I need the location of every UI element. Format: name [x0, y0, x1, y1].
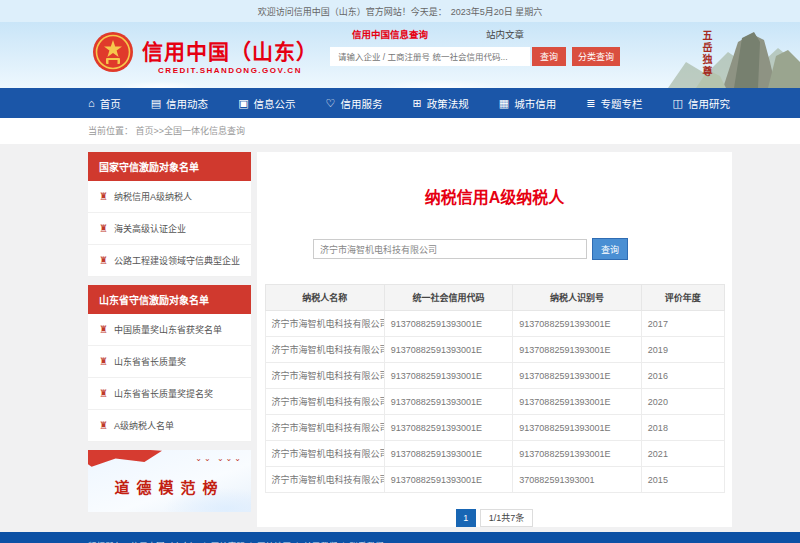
site-brand[interactable]: 信用中国（山东） CREDIT.SHANDONG.GOV.CN — [92, 30, 318, 80]
cell-taxpayer-name: 济宁市海智机电科技有限公司 — [265, 311, 384, 337]
sidebar-item[interactable]: ♜ 中国质量奖山东省获奖名单 — [88, 314, 251, 346]
sidebar-item[interactable]: ♜ 山东省省长质量奖提名奖 — [88, 378, 251, 410]
nav-item[interactable]: ⌂ 首页 — [88, 96, 121, 111]
table-row: 济宁市海智机电科技有限公司 91370882591393001E 9137088… — [265, 337, 724, 363]
cell-taxpayer-name: 济宁市海智机电科技有限公司 — [265, 415, 384, 441]
breadcrumb-home-link[interactable]: 首页 — [136, 126, 154, 136]
company-search-input[interactable] — [313, 239, 587, 259]
nav-item-label: 专题专栏 — [600, 96, 642, 111]
cell-eval-year: 2021 — [641, 441, 724, 467]
layers-icon: ≣ — [586, 98, 595, 109]
cell-taxpayer-name: 济宁市海智机电科技有限公司 — [265, 363, 384, 389]
sidebar-item[interactable]: ♜ 纳税信用A级纳税人 — [88, 181, 251, 213]
table-row: 济宁市海智机电科技有限公司 91370882591393001E 9137088… — [265, 389, 724, 415]
footer: 版权所有：信用中国（山东）网站声明网站地图关于我们联系我们 主办单位：山东省发展… — [0, 532, 800, 543]
moral-model-banner[interactable]: ⌄⌄ ⌄⌄⌄ 道德模范榜 — [88, 450, 251, 512]
nav-item-label: 信用动态 — [166, 96, 208, 111]
badge-building-icon: ♜ — [99, 421, 108, 431]
sidebar-item-label: 海关高级认证企业 — [114, 222, 186, 235]
sidebar-item-label: 中国质量奖山东省获奖名单 — [114, 323, 222, 336]
nav-item[interactable]: ≣ 专题专栏 — [586, 96, 642, 111]
tab-site-articles[interactable]: 站内文章 — [486, 27, 524, 41]
book-icon: ◫ — [673, 98, 683, 109]
cell-taxpayer-name: 济宁市海智机电科技有限公司 — [265, 389, 384, 415]
moral-model-banner-title: 道德模范榜 — [88, 476, 251, 497]
nav-item[interactable]: ▦ 城市信用 — [499, 96, 556, 111]
cell-credit-code: 91370882591393001E — [384, 441, 513, 467]
cell-taxpayer-name: 济宁市海智机电科技有限公司 — [265, 441, 384, 467]
header-category-query-button[interactable]: 分类查询 — [572, 47, 620, 66]
national-emblem-icon — [92, 30, 134, 80]
badge-building-icon: ♜ — [99, 192, 108, 202]
cell-taxpayer-id: 91370882591393001E — [513, 363, 642, 389]
mount-tai-stone-image — [668, 22, 800, 88]
red-flag-graphic — [88, 450, 162, 472]
folder-icon: ▣ — [238, 98, 248, 109]
cell-taxpayer-id: 91370882591393001E — [513, 311, 642, 337]
sidebar-item-label: 山东省省长质量奖提名奖 — [114, 387, 213, 400]
header-query-button[interactable]: 查询 — [532, 47, 566, 66]
cell-eval-year: 2017 — [641, 311, 724, 337]
site-domain: CREDIT.SHANDONG.GOV.CN — [142, 66, 318, 75]
table-header-cell: 统一社会信用代码 — [384, 285, 513, 311]
site-title: 信用中国（山东） — [142, 35, 318, 65]
welcome-bar: 欢迎访问信用中国（山东）官方网站！今天是： 2023年5月20日 星期六 — [0, 0, 800, 22]
badge-building-icon: ♜ — [99, 357, 108, 367]
badge-building-icon: ♜ — [99, 325, 108, 335]
heart-icon: ♡ — [326, 98, 336, 109]
cell-credit-code: 91370882591393001E — [384, 467, 513, 493]
grid-icon: ⊞ — [413, 98, 422, 109]
table-header-cell: 评价年度 — [641, 285, 724, 311]
building-icon: ▦ — [499, 98, 509, 109]
tab-credit-search[interactable]: 信用中国信息查询 — [352, 27, 428, 41]
left-sidebar: 国家守信激励对象名单 ♜ 纳税信用A级纳税人 ♜ 海关高级认证企业 — [88, 152, 251, 527]
cell-credit-code: 91370882591393001E — [384, 389, 513, 415]
table-row: 济宁市海智机电科技有限公司 91370882591393001E 9137088… — [265, 415, 724, 441]
nav-item[interactable]: ◫ 信用研究 — [673, 96, 730, 111]
sidebar-item-label: 公路工程建设领域守信典型企业 — [114, 254, 240, 267]
table-header-cell: 纳税人名称 — [265, 285, 384, 311]
cell-eval-year: 2018 — [641, 415, 724, 441]
cell-eval-year: 2015 — [641, 467, 724, 493]
section-title: 国家守信激励对象名单 — [88, 152, 251, 181]
cell-eval-year: 2020 — [641, 389, 724, 415]
sidebar-item-label: 纳税信用A级纳税人 — [114, 190, 192, 203]
cell-taxpayer-name: 济宁市海智机电科技有限公司 — [265, 467, 384, 493]
pagination: 1 1/1共7条 — [257, 509, 732, 527]
table-row: 济宁市海智机电科技有限公司 91370882591393001E 9137088… — [265, 441, 724, 467]
nav-item[interactable]: ♡ 信用服务 — [326, 96, 383, 111]
nav-item-label: 信息公示 — [254, 96, 296, 111]
cell-eval-year: 2016 — [641, 363, 724, 389]
breadcrumb-current: 全国一体化信息查询 — [164, 126, 245, 136]
header-search-input[interactable] — [330, 47, 530, 66]
cell-taxpayer-name: 济宁市海智机电科技有限公司 — [265, 337, 384, 363]
sidebar-item[interactable]: ♜ 公路工程建设领域守信典型企业 — [88, 245, 251, 277]
table-row: 济宁市海智机电科技有限公司 91370882591393001E 3708825… — [265, 467, 724, 493]
sidebar-item[interactable]: ♜ 山东省省长质量奖 — [88, 346, 251, 378]
sidebar-item-label: A级纳税人名单 — [114, 419, 174, 432]
nav-item[interactable]: ⊞ 政策法规 — [413, 96, 469, 111]
nav-item-label: 信用研究 — [688, 96, 730, 111]
nav-item[interactable]: ▣ 信息公示 — [238, 96, 295, 111]
province-incentive-section: 山东省守信激励对象名单 ♜ 中国质量奖山东省获奖名单 ♜ 山东省省长质量奖 — [88, 285, 251, 442]
nav-item-label: 首页 — [100, 96, 121, 111]
company-query-button[interactable]: 查询 — [592, 238, 628, 260]
cell-eval-year: 2019 — [641, 337, 724, 363]
badge-building-icon: ♜ — [99, 256, 108, 266]
page-title: 纳税信用A级纳税人 — [257, 184, 732, 208]
nav-item[interactable]: ▤ 信用动态 — [151, 96, 208, 111]
main-nav: ⌂ 首页 ▤ 信用动态 ▣ 信息公示 ♡ 信用服务 ⊞ 政策法规 — [0, 88, 800, 118]
sidebar-item[interactable]: ♜ A级纳税人名单 — [88, 410, 251, 442]
page-info: 1/1共7条 — [480, 509, 534, 527]
table-row: 济宁市海智机电科技有限公司 91370882591393001E 9137088… — [265, 311, 724, 337]
cell-taxpayer-id: 91370882591393001E — [513, 415, 642, 441]
sidebar-item-label: 山东省省长质量奖 — [114, 355, 186, 368]
section-title: 山东省守信激励对象名单 — [88, 285, 251, 314]
cell-credit-code: 91370882591393001E — [384, 337, 513, 363]
current-date: 2023年5月20日 星期六 — [451, 5, 543, 18]
taxpayer-results-table: 纳税人名称 统一社会信用代码 纳税人识别号 评价年度 济宁市海智机电科技有限公司 — [265, 284, 725, 493]
nav-item-label: 信用服务 — [340, 96, 382, 111]
site-banner: 信用中国（山东） CREDIT.SHANDONG.GOV.CN 信用中国信息查询… — [0, 22, 800, 88]
page-number-button[interactable]: 1 — [456, 509, 476, 527]
sidebar-item[interactable]: ♜ 海关高级认证企业 — [88, 213, 251, 245]
